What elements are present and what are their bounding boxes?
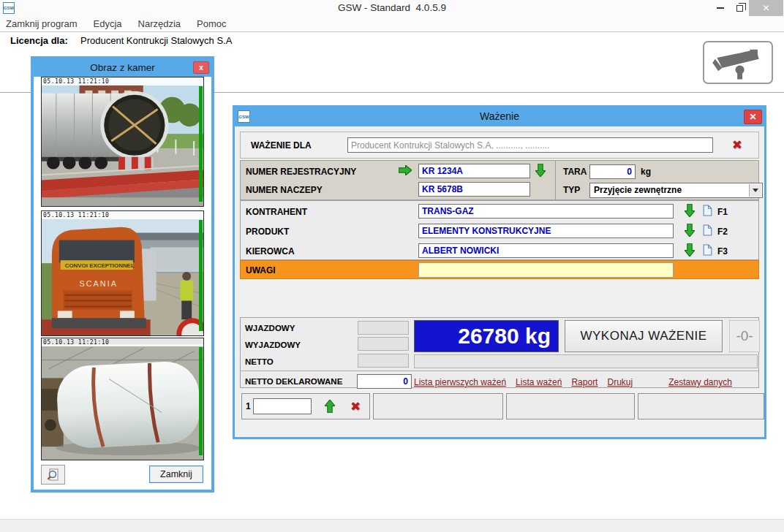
license-label: Licencja dla: [10,35,68,46]
application-window: GSW GSW - Standard 4.0.5.9 ✕ Zamknij pro… [0,0,784,532]
uwagi-row: UWAGI [240,260,759,279]
empty-panel-3 [638,393,764,419]
contractor-section: KONTRAHENT F1 PRODUKT F2 KIEROWCA F3 [240,200,759,260]
restore-button[interactable] [730,0,749,16]
links-row: Lista pierwszych ważeńLista ważeńRaportD… [414,377,742,387]
produkt-fkey-label: F2 [717,227,728,237]
dialog-close-button[interactable]: ✕ [744,110,762,124]
truck-brand-text: SCANIA [80,279,118,288]
minimize-icon [717,7,724,9]
tara-label: TARA [563,167,587,177]
typ-dropdown[interactable]: Przyjęcie zewnętrzne [589,183,763,198]
wazenie-dla-input[interactable] [347,137,713,153]
camera-3-signal-bar [199,347,203,455]
numer-naczepy-input[interactable] [418,182,530,197]
produkt-dropdown-arrow-icon[interactable] [685,224,695,240]
numer-rejestracyjny-label: NUMER REJESTRACYJNY [246,167,356,177]
kierowca-input[interactable] [418,243,674,258]
menu-pomoc[interactable]: Pomoc [189,16,234,32]
empty-panel-2 [506,393,635,419]
menu-zamknij-program[interactable]: Zamknij program [0,16,86,32]
close-button[interactable]: ✕ [749,0,783,16]
camera-zoom-button[interactable] [41,465,65,484]
link-lista-wazen[interactable]: Lista ważeń [516,377,562,387]
camera-1-signal-bar [199,86,203,202]
camera-3-timestamp: 05.10.13 11:21:10 [42,338,203,346]
uwagi-label: UWAGI [246,265,276,276]
row-control-panel: 1 ✖ [241,393,370,419]
typ-dropdown-button[interactable] [749,184,761,197]
camera-close-icon: x [199,64,203,72]
wjazdowy-field [358,321,409,335]
kontrahent-fkey-label: F1 [717,207,728,217]
dialog-title: Ważenie [235,107,764,126]
camera-feed-1[interactable]: 05.10.13 11:21:10 [41,77,204,207]
produkt-input[interactable] [418,224,674,238]
clear-wazenie-dla-icon[interactable]: ✖ [732,137,742,153]
produkt-label: PRODUKT [246,227,289,237]
cctv-camera-button[interactable] [703,41,773,84]
kontrahent-dropdown-arrow-icon[interactable] [685,204,695,220]
main-titlebar: GSW GSW - Standard 4.0.5.9 ✕ [0,0,784,16]
kontrahent-input[interactable] [418,204,674,218]
produkt-document-icon[interactable] [703,224,712,239]
delete-row-icon[interactable]: ✖ [350,399,361,414]
netto-deklarowane-input[interactable] [357,374,412,389]
zoom-document-icon [46,468,61,482]
camera-feed-3[interactable]: 05.10.13 11:21:10 [41,338,204,460]
camera-zamknij-button[interactable]: Zamknij [149,466,203,483]
truck-banner-text: CONVOI EXCEPTIONNEL [65,262,135,269]
zero-button[interactable]: -0- [729,320,760,352]
typ-selected-value: Przyjęcie zewnętrzne [594,185,682,195]
kierowca-document-icon[interactable] [703,244,712,259]
weighing-dialog: GSW Ważenie ✕ WAŻENIE DLA ✖ NUMER REJEST… [233,105,766,439]
camera-window-close-button[interactable]: x [193,61,209,74]
camera-window: Obraz z kamer x [31,56,214,493]
kierowca-label: KIEROWCA [246,246,295,256]
weighing-message-field [414,354,758,368]
camera-2-timestamp: 05.10.13 11:21:10 [42,211,203,219]
link-zestawy-danych[interactable]: Zestawy danych [668,377,732,387]
license-value: Producent Kontrukcji Stalowych S.A [80,35,232,46]
camera-feed-3-image [42,338,203,460]
wazenie-dla-row: WAŻENIE DLA ✖ [240,132,759,159]
restore-icon [736,5,743,12]
status-bar [0,519,784,532]
wjazdowy-label: WJAZDOWY [245,324,295,332]
kierowca-dropdown-arrow-icon[interactable] [685,243,695,259]
dialog-body: WAŻENIE DLA ✖ NUMER REJESTRACYJNY NUMER … [235,126,764,437]
rejestracyjny-dropdown-arrow-icon[interactable] [535,164,546,180]
kierowca-fkey-label: F3 [717,246,728,256]
numer-rejestracyjny-input[interactable] [418,164,530,178]
camera-2-signal-bar [199,220,203,331]
dialog-titlebar[interactable]: GSW Ważenie ✕ [235,107,764,126]
row-input[interactable] [253,398,312,414]
arrow-up-icon[interactable] [325,400,335,416]
minimize-button[interactable] [711,0,730,16]
link-raport[interactable]: Raport [571,377,598,387]
camera-window-body: 05.10.13 11:21:10 [34,77,211,490]
camera-feed-2[interactable]: CONVOI EXCEPTIONNEL SCANIA 05.10.13 11:2… [41,210,204,336]
camera-window-titlebar[interactable]: Obraz z kamer x [34,59,211,77]
camera-1-timestamp: 05.10.13 11:21:10 [42,77,203,86]
empty-panel-1 [373,393,503,419]
netto-deklarowane-label: NETTO DEKLAROWANE [245,377,342,386]
wykonaj-wazenie-button[interactable]: WYKONAJ WAŻENIE [565,320,723,352]
menubar: Zamknij program Edycja Narzędzia Pomoc [0,16,784,32]
kontrahent-label: KONTRAHENT [246,207,307,217]
tara-input[interactable] [589,164,636,179]
tara-unit-label: kg [641,167,651,177]
wazenie-dla-label: WAŻENIE DLA [251,140,312,151]
typ-label: TYP [563,185,580,195]
menu-edycja[interactable]: Edycja [86,16,130,32]
weight-display: 26780 kg [414,320,559,352]
camera-window-title: Obraz z kamer [34,59,211,77]
cctv-camera-icon [709,46,766,80]
link-drukuj[interactable]: Drukuj [607,377,633,387]
kontrahent-document-icon[interactable] [703,205,712,219]
netto-field [358,354,409,368]
numer-naczepy-label: NUMER NACZEPY [246,185,323,195]
menu-narzedzia[interactable]: Narzędzia [130,16,189,32]
link-lista-pierwszych-wazen[interactable]: Lista pierwszych ważeń [414,377,506,387]
uwagi-input[interactable] [418,262,674,278]
